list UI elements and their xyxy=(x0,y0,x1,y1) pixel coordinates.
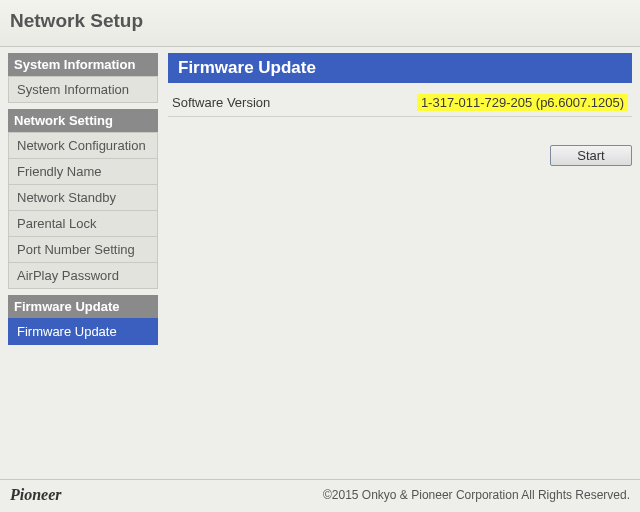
page-title: Network Setup xyxy=(10,10,630,32)
sidebar-item-parental-lock[interactable]: Parental Lock xyxy=(8,211,158,237)
content: System Information System Information Ne… xyxy=(0,47,640,345)
sidebar-item-airplay-password[interactable]: AirPlay Password xyxy=(8,263,158,289)
sidebar: System Information System Information Ne… xyxy=(8,53,158,345)
footer: Pioneer ©2015 Onkyo & Pioneer Corporatio… xyxy=(0,479,640,512)
row-software-version: Software Version 1-317-011-729-205 (p6.6… xyxy=(168,89,632,117)
sidebar-item-network-configuration[interactable]: Network Configuration xyxy=(8,132,158,159)
sidebar-item-network-standby[interactable]: Network Standby xyxy=(8,185,158,211)
panel-title: Firmware Update xyxy=(168,53,632,83)
sidebar-item-friendly-name[interactable]: Friendly Name xyxy=(8,159,158,185)
start-button[interactable]: Start xyxy=(550,145,632,166)
sidebar-section-firmware-update: Firmware Update xyxy=(8,295,158,318)
start-row: Start xyxy=(168,117,632,166)
sidebar-item-system-information[interactable]: System Information xyxy=(8,76,158,103)
page-header: Network Setup xyxy=(0,0,640,47)
main-panel: Firmware Update Software Version 1-317-0… xyxy=(168,53,632,166)
brand-logo: Pioneer xyxy=(10,486,62,504)
sidebar-item-firmware-update[interactable]: Firmware Update xyxy=(8,318,158,345)
row-value-cell: 1-317-011-729-205 (p6.6007.1205) xyxy=(381,89,632,117)
sidebar-section-network-setting: Network Setting xyxy=(8,109,158,132)
software-version-value: 1-317-011-729-205 (p6.6007.1205) xyxy=(417,94,628,111)
copyright-text: ©2015 Onkyo & Pioneer Corporation All Ri… xyxy=(323,488,630,502)
info-table: Software Version 1-317-011-729-205 (p6.6… xyxy=(168,89,632,117)
sidebar-item-port-number-setting[interactable]: Port Number Setting xyxy=(8,237,158,263)
row-label: Software Version xyxy=(168,89,381,117)
sidebar-section-system-information: System Information xyxy=(8,53,158,76)
